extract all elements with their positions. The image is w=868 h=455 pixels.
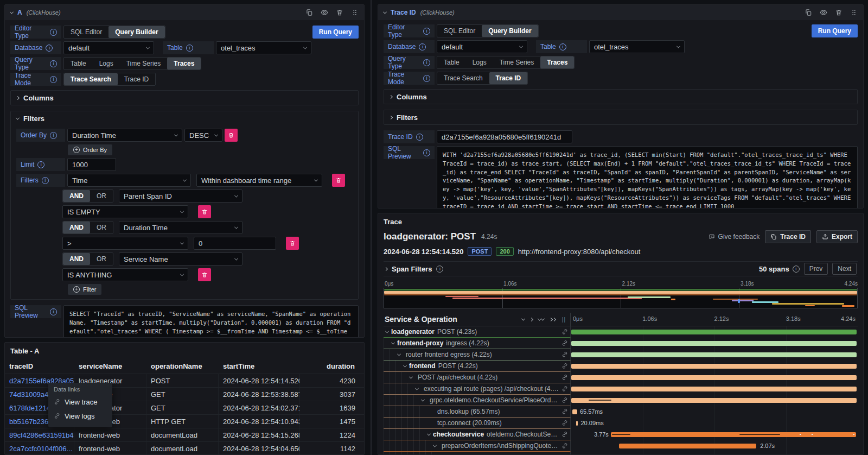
- span-link-icon[interactable]: [561, 351, 570, 358]
- duplicate-icon[interactable]: [805, 9, 812, 16]
- query-title[interactable]: Trace ID: [391, 9, 416, 16]
- duplicate-icon[interactable]: [305, 9, 313, 16]
- filter-field-select[interactable]: Parent Span ID: [119, 189, 242, 203]
- span-row[interactable]: tcp.connect (20.09ms) 20.09ms: [384, 418, 858, 429]
- info-icon[interactable]: i: [436, 266, 443, 273]
- info-icon[interactable]: i: [423, 149, 430, 156]
- span-duration-bar[interactable]: [571, 398, 857, 403]
- chevron-down-icon[interactable]: [427, 432, 431, 435]
- table-select[interactable]: otel_traces: [216, 41, 311, 54]
- sql-editor-option[interactable]: SQL Editor: [64, 26, 108, 38]
- remove-filter-button[interactable]: [198, 205, 211, 218]
- trace-id-option[interactable]: Trace ID: [489, 72, 528, 84]
- info-icon[interactable]: i: [50, 76, 57, 83]
- query-builder-option[interactable]: Query Builder: [482, 25, 538, 37]
- info-icon[interactable]: i: [416, 134, 423, 141]
- span-link-icon[interactable]: [561, 363, 570, 369]
- span-link-icon[interactable]: [561, 408, 570, 415]
- span-link-icon[interactable]: [561, 386, 570, 392]
- span-row[interactable]: router frontend egress (4.22s): [384, 349, 858, 361]
- info-icon[interactable]: i: [186, 45, 193, 52]
- drag-handle-icon[interactable]: [351, 9, 359, 16]
- eye-icon[interactable]: [321, 9, 328, 16]
- database-select[interactable]: default: [437, 40, 527, 53]
- chevron-down-icon[interactable]: [383, 10, 387, 14]
- and-option[interactable]: AND: [63, 253, 90, 265]
- filter-field-select[interactable]: Duration Time: [119, 221, 242, 234]
- or-option[interactable]: OR: [90, 222, 113, 233]
- chevron-down-icon[interactable]: [403, 363, 407, 367]
- query-title[interactable]: A: [17, 9, 22, 16]
- chevron-down-icon[interactable]: [385, 329, 389, 333]
- col-header-servicename[interactable]: serviceName: [74, 358, 146, 374]
- info-icon[interactable]: i: [559, 43, 566, 50]
- filter-field-select[interactable]: Time: [67, 174, 191, 187]
- filters-section-header[interactable]: Filters: [384, 110, 857, 124]
- chevron-down-icon[interactable]: [391, 340, 395, 344]
- filter-operator-select[interactable]: IS ANYTHING: [62, 268, 188, 281]
- info-icon[interactable]: i: [50, 308, 57, 315]
- info-icon[interactable]: i: [37, 161, 44, 168]
- info-icon[interactable]: i: [50, 60, 57, 67]
- span-duration-bar[interactable]: [571, 341, 857, 346]
- trace-id-button[interactable]: Trace ID: [765, 230, 811, 243]
- query-type-logs[interactable]: Logs: [466, 56, 493, 68]
- trace-id-link[interactable]: 2ca7ccfc0104f006...: [5, 442, 74, 455]
- info-icon[interactable]: i: [423, 28, 430, 35]
- columns-section-header[interactable]: Columns: [384, 90, 857, 104]
- remove-filter-button[interactable]: [332, 174, 345, 187]
- span-row[interactable]: dns.lookup (65.57ms) 65.57ms: [384, 406, 858, 418]
- span-row[interactable]: frontendPOST (4.22s): [384, 361, 858, 372]
- remove-order-by-button[interactable]: [225, 129, 238, 142]
- trash-icon[interactable]: [835, 9, 843, 16]
- table-row[interactable]: 89cf4286e631591b4... frontend-web docume…: [5, 428, 364, 441]
- table-row[interactable]: 2ca7ccfc0104f006... frontend-web documen…: [5, 441, 364, 455]
- span-link-icon[interactable]: [561, 420, 570, 426]
- info-icon[interactable]: i: [50, 132, 57, 139]
- add-order-by-button[interactable]: +Order By: [68, 144, 112, 155]
- next-span-button[interactable]: Next: [832, 263, 857, 275]
- span-duration-bar[interactable]: [611, 432, 856, 437]
- info-icon[interactable]: i: [423, 75, 430, 82]
- run-query-button[interactable]: Run Query: [312, 26, 359, 39]
- span-row[interactable]: POST /api/checkout (4.22s): [384, 372, 858, 383]
- view-trace-link[interactable]: View trace: [54, 395, 107, 409]
- trace-search-option[interactable]: Trace Search: [437, 72, 489, 84]
- trace-minimap[interactable]: 0μs 1.06s 2.12s 3.18s 4.24s: [384, 281, 858, 308]
- view-logs-link[interactable]: View logs: [54, 409, 107, 423]
- trace-id-input[interactable]: [437, 130, 572, 143]
- trace-id-link[interactable]: 89cf4286e631591b4...: [5, 428, 74, 441]
- order-by-field-select[interactable]: Duration Time: [67, 129, 182, 142]
- query-type-traces[interactable]: Traces: [167, 58, 201, 69]
- expand-one-icon[interactable]: [529, 317, 533, 321]
- span-duration-bar[interactable]: [572, 409, 577, 414]
- col-header-operationname[interactable]: operationName: [146, 358, 219, 374]
- or-option[interactable]: OR: [90, 190, 113, 202]
- span-duration-bar[interactable]: [619, 444, 756, 448]
- database-select[interactable]: default: [63, 41, 154, 54]
- info-icon[interactable]: i: [46, 45, 53, 52]
- sql-editor-option[interactable]: SQL Editor: [437, 25, 482, 37]
- prev-span-button[interactable]: Prev: [804, 263, 828, 275]
- give-feedback-button[interactable]: Give feedback: [709, 233, 760, 241]
- drag-handle-icon[interactable]: [850, 9, 858, 16]
- span-row[interactable]: frontend-proxyingress (4.22s): [384, 338, 858, 349]
- expand-all-icon[interactable]: [550, 318, 556, 321]
- span-link-icon[interactable]: [561, 397, 570, 403]
- span-duration-bar[interactable]: [576, 421, 578, 426]
- columns-section-header[interactable]: Columns: [11, 91, 358, 105]
- trace-search-option[interactable]: Trace Search: [64, 73, 118, 85]
- span-duration-bar[interactable]: [571, 375, 857, 380]
- col-header-traceid[interactable]: traceID: [5, 358, 74, 374]
- span-row[interactable]: checkoutserviceoteldemo.CheckoutService/…: [384, 429, 858, 440]
- trace-id-option[interactable]: Trace ID: [118, 73, 156, 85]
- eye-icon[interactable]: [820, 9, 827, 16]
- filter-operator-select[interactable]: Within dashboard time range: [196, 174, 322, 187]
- col-header-duration[interactable]: duration: [300, 358, 364, 374]
- chevron-down-icon[interactable]: [421, 397, 425, 401]
- collapse-all-icon[interactable]: [538, 318, 544, 321]
- span-duration-bar[interactable]: [571, 330, 857, 334]
- query-type-traces[interactable]: Traces: [540, 56, 574, 68]
- query-type-timeseries[interactable]: Time Series: [493, 56, 541, 68]
- chevron-down-icon[interactable]: [409, 375, 413, 378]
